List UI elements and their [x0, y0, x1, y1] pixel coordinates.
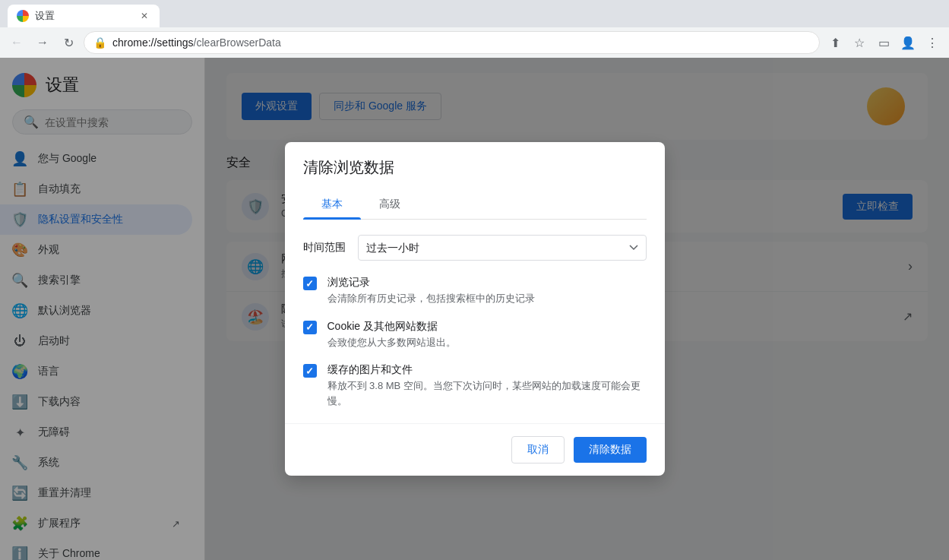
back-button[interactable]: ←	[6, 32, 27, 53]
tab-close-button[interactable]: ✕	[138, 10, 150, 22]
tab-title: 设置	[35, 9, 132, 23]
history-desc: 会清除所有历史记录，包括搜索框中的历史记录	[327, 291, 535, 306]
bookmark-button[interactable]: ☆	[849, 32, 870, 53]
check-icon: ✓	[305, 321, 314, 333]
checkbox-cache: ✓ 缓存的图片和文件 释放不到 3.8 MB 空间。当您下次访问时，某些网站的加…	[303, 363, 647, 408]
clear-data-button[interactable]: 清除数据	[574, 437, 647, 463]
dialog-tabs: 基本 高级	[303, 190, 647, 220]
share-button[interactable]: ⬆	[824, 32, 846, 53]
cookies-label: Cookie 及其他网站数据	[327, 320, 456, 334]
time-range-label: 时间范围	[303, 241, 346, 255]
history-label: 浏览记录	[327, 276, 535, 289]
checkbox-cache-check[interactable]: ✓	[303, 364, 317, 378]
dialog-title: 清除浏览数据	[303, 157, 647, 178]
forward-button[interactable]: →	[32, 32, 53, 53]
check-icon: ✓	[305, 365, 314, 377]
toolbar-actions: ⬆ ☆ ▭ 👤 ⋮	[824, 32, 943, 53]
checkbox-history-check[interactable]: ✓	[303, 277, 317, 290]
tab-advanced[interactable]: 高级	[361, 190, 419, 219]
cache-content: 缓存的图片和文件 释放不到 3.8 MB 空间。当您下次访问时，某些网站的加载速…	[327, 363, 647, 408]
cookies-content: Cookie 及其他网站数据 会致使您从大多数网站退出。	[327, 320, 456, 350]
tab-basic[interactable]: 基本	[303, 190, 361, 219]
dialog-footer: 取消 清除数据	[285, 423, 665, 476]
browser-tab[interactable]: 设置 ✕	[8, 5, 160, 27]
check-icon: ✓	[305, 278, 314, 289]
time-range-select[interactable]: 过去一小时 过去24小时 过去7天 过去4周 全部时间	[358, 235, 647, 261]
checkbox-history: ✓ 浏览记录 会清除所有历史记录，包括搜索框中的历史记录	[303, 276, 647, 306]
history-content: 浏览记录 会清除所有历史记录，包括搜索框中的历史记录	[327, 276, 535, 306]
address-path: /clearBrowserData	[194, 36, 281, 49]
reload-button[interactable]: ↻	[58, 32, 79, 53]
time-range-row: 时间范围 过去一小时 过去24小时 过去7天 过去4周 全部时间	[303, 235, 647, 261]
lock-icon: 🔒	[93, 36, 106, 49]
window-button[interactable]: ▭	[873, 32, 894, 53]
tab-bar: 设置 ✕	[0, 0, 949, 27]
toolbar: ← → ↻ 🔒 chrome://settings/clearBrowserDa…	[0, 27, 949, 58]
menu-button[interactable]: ⋮	[922, 32, 943, 53]
cache-desc: 释放不到 3.8 MB 空间。当您下次访问时，某些网站的加载速度可能会更慢。	[327, 378, 647, 408]
clear-browser-data-dialog: 清除浏览数据 基本 高级 时间范围 过去一小时 过去24小时 过去7天 过去4周…	[285, 142, 665, 476]
dialog-overlay[interactable]: 清除浏览数据 基本 高级 时间范围 过去一小时 过去24小时 过去7天 过去4周…	[0, 58, 949, 560]
profile-button[interactable]: 👤	[897, 32, 919, 53]
cookies-desc: 会致使您从大多数网站退出。	[327, 335, 456, 350]
address-domain: chrome://settings	[112, 36, 194, 49]
dialog-body: 时间范围 过去一小时 过去24小时 过去7天 过去4周 全部时间 ✓ 浏览记录 …	[285, 220, 665, 423]
browser-chrome: 设置 ✕ ← → ↻ 🔒 chrome://settings/clearBrow…	[0, 0, 949, 58]
cancel-button[interactable]: 取消	[511, 436, 565, 464]
checkbox-cookies-check[interactable]: ✓	[303, 321, 317, 334]
checkbox-cookies: ✓ Cookie 及其他网站数据 会致使您从大多数网站退出。	[303, 320, 647, 350]
address-text: chrome://settings/clearBrowserData	[112, 36, 810, 49]
tab-favicon	[17, 10, 29, 22]
dialog-header: 清除浏览数据 基本 高级	[285, 142, 665, 220]
address-bar[interactable]: 🔒 chrome://settings/clearBrowserData	[84, 31, 820, 54]
cache-label: 缓存的图片和文件	[327, 363, 647, 377]
